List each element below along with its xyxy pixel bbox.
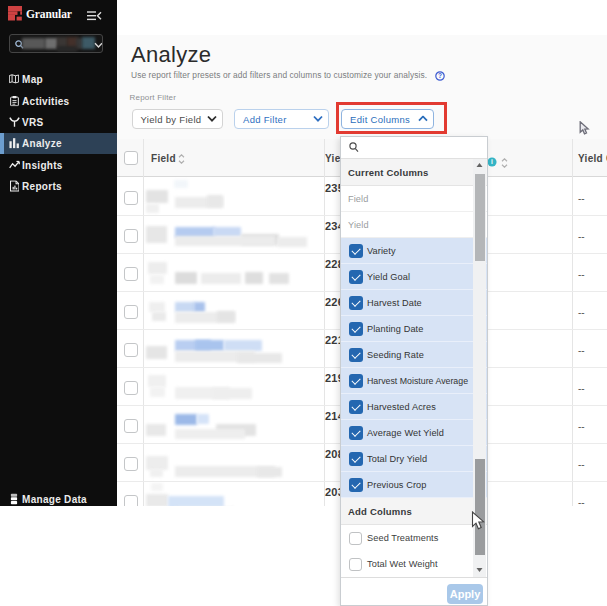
svg-text:i: i [491, 158, 493, 165]
svg-text:?: ? [438, 72, 442, 79]
